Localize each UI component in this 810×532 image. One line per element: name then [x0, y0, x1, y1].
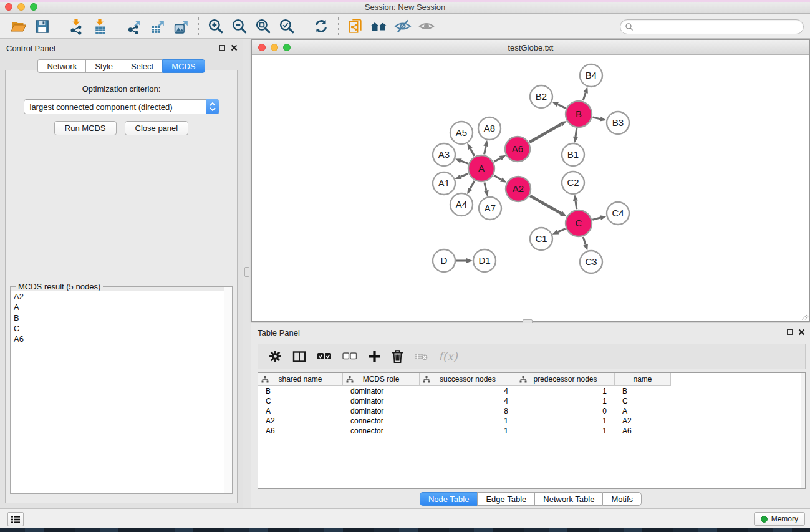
delete-column-trash-icon[interactable]	[392, 350, 403, 363]
add-column-icon[interactable]	[368, 350, 381, 363]
float-table-panel-icon[interactable]	[787, 329, 793, 335]
export-network-button[interactable]	[122, 16, 146, 36]
cell-successor-nodes[interactable]: 8	[420, 407, 516, 415]
graph-edge-A-A8[interactable]	[485, 146, 486, 154]
cell-successor-nodes[interactable]: 1	[420, 417, 516, 425]
graph-edge-C-C3[interactable]	[583, 237, 586, 245]
select-all-columns-icon[interactable]	[317, 352, 332, 361]
close-table-panel-icon[interactable]	[798, 329, 805, 336]
result-scrollbar[interactable]	[224, 287, 232, 493]
graph-edge-C-C2[interactable]	[576, 201, 577, 210]
vertical-splitter-handle[interactable]	[244, 267, 249, 277]
graph-edge-A6-B[interactable]	[529, 124, 561, 142]
tab-select[interactable]: Select	[122, 59, 162, 73]
float-panel-icon[interactable]	[219, 45, 225, 51]
graph-node-A1[interactable]: A1	[433, 172, 455, 195]
import-network-button[interactable]	[64, 16, 88, 36]
cell-predecessor-nodes[interactable]: 1	[516, 417, 615, 425]
tab-edge-table[interactable]: Edge Table	[477, 492, 534, 506]
delete-table-icon[interactable]	[414, 352, 428, 361]
graph-edge-A-A5[interactable]	[470, 148, 475, 156]
graph-node-A2[interactable]: A2	[506, 177, 531, 201]
column-header-shared-name[interactable]: shared name	[258, 373, 343, 385]
tab-network[interactable]: Network	[37, 59, 85, 73]
tab-mcds[interactable]: MCDS	[162, 59, 205, 73]
graph-edge-C-C4[interactable]	[592, 218, 600, 220]
mcds-result-item[interactable]: A2	[11, 291, 231, 302]
cell-mcds-role[interactable]: connector	[343, 427, 420, 435]
table-row[interactable]: Adominator80A	[258, 406, 805, 416]
table-row[interactable]: A2connector11A2	[258, 416, 805, 426]
close-panel-button[interactable]: Close panel	[125, 121, 189, 135]
cell-name[interactable]: A2	[615, 417, 671, 425]
cell-predecessor-nodes[interactable]: 1	[516, 427, 615, 435]
show-columns-icon[interactable]	[292, 351, 306, 363]
graph-node-B1[interactable]: B1	[562, 143, 584, 166]
graph-edge-A-A4[interactable]	[470, 181, 475, 189]
graph-edge-A-A2[interactable]	[494, 175, 501, 180]
cell-shared-name[interactable]: C	[258, 397, 343, 405]
graph-node-C1[interactable]: C1	[530, 228, 552, 250]
graph-node-A7[interactable]: A7	[479, 197, 501, 220]
network-window-titlebar[interactable]: testGlobe.txt	[252, 40, 809, 55]
mcds-result-item[interactable]: C	[11, 323, 231, 334]
tab-node-table[interactable]: Node Table	[420, 492, 478, 506]
table-scrollbar[interactable]	[801, 373, 805, 488]
resize-grip-icon[interactable]	[800, 312, 809, 321]
column-header-name[interactable]: name	[615, 373, 671, 385]
zoom-in-button[interactable]	[204, 16, 228, 36]
apply-layout-button[interactable]	[309, 16, 333, 36]
function-builder-icon[interactable]: f(x)	[438, 350, 458, 363]
search-input[interactable]	[634, 21, 803, 33]
graph-node-B[interactable]: B	[566, 101, 592, 127]
cell-successor-nodes[interactable]: 1	[420, 427, 516, 435]
close-panel-icon[interactable]	[231, 44, 238, 51]
tab-style[interactable]: Style	[85, 59, 122, 73]
cell-name[interactable]: B	[615, 387, 671, 395]
run-mcds-button[interactable]: Run MCDS	[54, 121, 117, 135]
cell-shared-name[interactable]: A6	[258, 427, 343, 435]
cell-name[interactable]: A6	[615, 427, 671, 435]
graph-edge-B-B3[interactable]	[593, 117, 600, 119]
cell-predecessor-nodes[interactable]: 0	[516, 407, 615, 415]
graph-edge-A-A7[interactable]	[485, 183, 486, 191]
graph-edge-C-C1[interactable]	[558, 229, 566, 232]
hide-selected-button[interactable]	[391, 16, 415, 36]
graph-edge-B-B4[interactable]	[583, 93, 586, 101]
graph-node-B2[interactable]: B2	[530, 85, 552, 108]
graph-node-A6[interactable]: A6	[505, 137, 530, 162]
export-image-button[interactable]	[170, 16, 193, 36]
graph-node-C4[interactable]: C4	[607, 202, 629, 225]
mcds-result-item[interactable]: A	[11, 302, 231, 312]
zoom-out-button[interactable]	[228, 16, 251, 36]
unselect-all-columns-icon[interactable]	[342, 352, 357, 361]
cell-successor-nodes[interactable]: 4	[420, 397, 516, 405]
cell-predecessor-nodes[interactable]: 1	[516, 387, 615, 395]
cell-name[interactable]: A	[615, 407, 671, 415]
graph-node-C3[interactable]: C3	[580, 251, 602, 273]
network-from-file-button[interactable]	[344, 16, 367, 36]
graph-edge-A2-C[interactable]	[530, 196, 561, 213]
graph-node-A8[interactable]: A8	[478, 117, 501, 140]
tab-network-table[interactable]: Network Table	[534, 492, 602, 506]
graph-node-B3[interactable]: B3	[607, 112, 629, 134]
cell-shared-name[interactable]: A2	[258, 417, 343, 425]
graph-edge-A-A3[interactable]	[461, 161, 468, 163]
cell-mcds-role[interactable]: connector	[343, 417, 420, 425]
graph-edge-A-A6[interactable]	[494, 158, 500, 162]
graph-node-A3[interactable]: A3	[433, 143, 455, 166]
save-session-button[interactable]	[30, 16, 54, 36]
open-session-button[interactable]	[6, 16, 30, 36]
graph-node-D[interactable]: D	[433, 249, 455, 272]
criterion-select[interactable]: largest connected component (directed)	[24, 99, 219, 114]
table-row[interactable]: Cdominator41C	[258, 396, 805, 406]
table-settings-gear-icon[interactable]	[269, 350, 282, 363]
mcds-result-list[interactable]: A2ABCA6	[11, 291, 231, 493]
create-view-button[interactable]	[367, 16, 391, 36]
zoom-fit-button[interactable]	[251, 16, 275, 36]
mcds-result-item[interactable]: B	[11, 312, 231, 323]
column-header-mcds-role[interactable]: MCDS role	[343, 373, 420, 385]
cell-successor-nodes[interactable]: 4	[420, 387, 516, 395]
network-canvas[interactable]: B4B2BB3A8A5A6A3B1AC2A1A2A4A7C4CC1DD1C3	[252, 55, 809, 321]
mcds-result-item[interactable]: A6	[11, 334, 231, 344]
